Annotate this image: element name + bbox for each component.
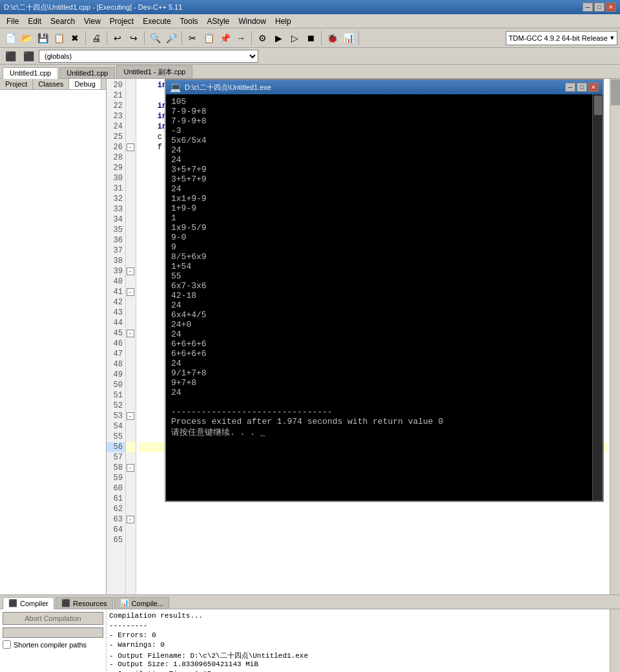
bottom-vscrollbar[interactable]: [610, 609, 620, 672]
separator-4: [181, 31, 182, 45]
line-num-60: 60: [107, 483, 125, 494]
editor-vscrollbar[interactable]: [610, 79, 620, 594]
graph-icon[interactable]: 📊: [340, 30, 356, 46]
console-line-29: 9/1+7+8: [171, 368, 587, 378]
console-line-26: 6+6+6+6: [171, 339, 587, 349]
app-title: D:\c\二十四点\Untitled1.cpp - [Executing] - …: [4, 3, 182, 12]
close-file-icon[interactable]: ✖: [67, 30, 83, 46]
line-num-57: 57: [107, 452, 125, 463]
fold-41[interactable]: -: [127, 288, 134, 296]
fold-58[interactable]: -: [127, 464, 134, 472]
compile-log-tab[interactable]: 📊 Compile...: [114, 597, 170, 609]
console-restore[interactable]: □: [577, 83, 587, 92]
copy-icon[interactable]: 📋: [201, 30, 216, 46]
save-all-icon[interactable]: 📋: [51, 30, 67, 46]
menu-view[interactable]: View: [80, 16, 105, 27]
line-num-51: 51: [107, 390, 125, 401]
minimize-button[interactable]: ─: [583, 3, 593, 12]
console-line-27: 6+6+6+6: [171, 349, 587, 359]
menu-window[interactable]: Window: [234, 16, 270, 27]
console-line-19: 55: [171, 271, 587, 281]
replace-icon[interactable]: 🔎: [163, 30, 179, 46]
compile-run-icon[interactable]: ▷: [287, 30, 302, 46]
console-icon: 💻: [170, 82, 181, 92]
console-line-24: 24+0: [171, 320, 587, 330]
console-line-2: 7-9-9+8: [171, 107, 587, 116]
resources-tab[interactable]: ⬛ Resources: [56, 597, 113, 609]
menu-search[interactable]: Search: [46, 16, 79, 27]
find-icon[interactable]: 🔍: [147, 30, 163, 46]
code-line-62: [139, 504, 607, 514]
print-icon[interactable]: 🖨: [88, 30, 104, 46]
console-line-28: 24: [171, 359, 587, 368]
comp-line-2: - Errors: 0: [109, 631, 607, 641]
console-line-31: 24: [171, 388, 587, 397]
line-num-48: 48: [107, 359, 125, 370]
title-bar: D:\c\二十四点\Untitled1.cpp - [Executing] - …: [0, 0, 620, 14]
compiler-dropdown[interactable]: TDM-GCC 4.9.2 64-bit Release ▾: [506, 31, 617, 45]
scope-icon[interactable]: ⬛: [3, 48, 18, 64]
shorten-paths-checkbox[interactable]: [3, 640, 11, 649]
separator-2: [107, 31, 107, 45]
compile-icon[interactable]: ⚙: [254, 30, 270, 46]
line-num-56: 56: [107, 442, 125, 452]
new-icon[interactable]: 📄: [3, 30, 18, 46]
console-close[interactable]: ✕: [588, 83, 599, 92]
paste-icon[interactable]: 📌: [217, 30, 232, 46]
classes-tab[interactable]: Classes: [33, 79, 69, 89]
line-num-64: 64: [107, 525, 125, 535]
fold-45[interactable]: -: [127, 330, 134, 337]
line-num-58: 58: [107, 463, 125, 473]
line-num-23: 23: [107, 111, 125, 121]
fold-53[interactable]: -: [127, 412, 134, 420]
abort-compilation-button[interactable]: Abort Compilation: [3, 612, 103, 625]
fold-63[interactable]: -: [127, 516, 134, 523]
console-text: 105 7-9-9+8 7-9-9+8 -3 5x6/5x4 24 24 3+5…: [166, 94, 592, 501]
menu-file[interactable]: File: [3, 16, 23, 27]
shorten-paths-row: Shorten compiler paths: [3, 640, 103, 649]
tab-untitled1[interactable]: Untitled1.cpp: [3, 67, 58, 79]
console-line-7: 24: [171, 155, 587, 165]
indent-icon[interactable]: →: [233, 30, 249, 46]
console-minimize[interactable]: ─: [565, 83, 575, 92]
menu-execute[interactable]: Execute: [139, 16, 174, 27]
console-scrollbar-thumb[interactable]: [594, 96, 602, 115]
separator-5: [251, 31, 252, 45]
menu-tools[interactable]: Tools: [176, 16, 202, 27]
tab-bar: Untitled1.cpp Untitled1.cpp Untitled1 - …: [0, 65, 620, 79]
line-num-34: 34: [107, 215, 125, 225]
console-line-8: 3+5+7+9: [171, 165, 587, 174]
console-line-33: --------------------------------: [171, 407, 587, 417]
undo-icon[interactable]: ↩: [110, 30, 125, 46]
fold-26[interactable]: -: [127, 143, 134, 151]
console-line-14: 1x9-5/9: [171, 223, 587, 233]
stop-icon[interactable]: ⏹: [303, 30, 318, 46]
console-vscrollbar[interactable]: [592, 94, 603, 501]
line-num-54: 54: [107, 421, 125, 432]
tab-untitled1-copy[interactable]: Untitled1 - 副本.cpp: [116, 65, 192, 78]
console-title: D:\c\二十四点\Untitled1.exe: [185, 83, 271, 92]
scope-icon2[interactable]: ⬛: [21, 48, 36, 64]
menu-edit[interactable]: Edit: [24, 16, 45, 27]
menu-project[interactable]: Project: [106, 16, 138, 27]
redo-icon[interactable]: ↪: [126, 30, 141, 46]
menu-help[interactable]: Help: [271, 16, 295, 27]
save-icon[interactable]: 💾: [35, 30, 50, 46]
compilation-output: Compilation results... --------- - Error…: [107, 609, 610, 672]
tab-untitled1-2[interactable]: Untitled1.cpp: [59, 67, 115, 78]
project-tab[interactable]: Project: [0, 79, 33, 89]
editor-vscrollbar-thumb[interactable]: [611, 79, 620, 105]
open-icon[interactable]: 📂: [19, 30, 34, 46]
debug-tab[interactable]: Debug: [69, 79, 101, 89]
fold-39[interactable]: -: [127, 268, 134, 275]
run-icon[interactable]: ▶: [271, 30, 286, 46]
cut-icon[interactable]: ✂: [185, 30, 200, 46]
console-line-4: -3: [171, 126, 587, 136]
line-num-45: 45: [107, 328, 125, 339]
debug-icon[interactable]: 🐞: [324, 30, 340, 46]
compiler-tab[interactable]: ⬛ Compiler: [3, 597, 54, 609]
close-button[interactable]: ✕: [606, 3, 616, 12]
restore-button[interactable]: □: [594, 3, 604, 12]
menu-astyle[interactable]: AStyle: [203, 16, 234, 27]
scope-dropdown[interactable]: (globals): [39, 50, 258, 63]
